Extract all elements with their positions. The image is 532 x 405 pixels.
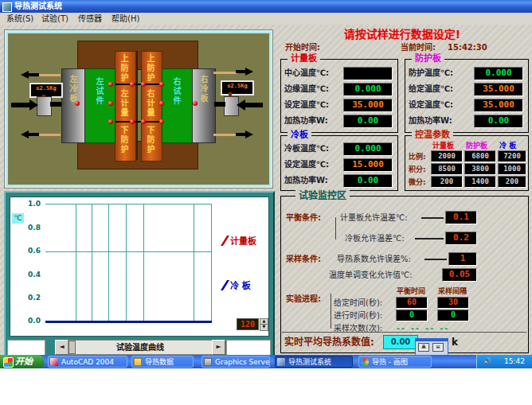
printer-icon[interactable]: 🖶 (418, 343, 429, 352)
scroll-label: 试验温度曲线 (116, 343, 164, 352)
window-grid-icon[interactable]: ⊞ (432, 343, 444, 352)
progress-label: 实验进程: (286, 294, 321, 305)
sensor-led (159, 101, 164, 106)
arrow-shaft-br (236, 133, 247, 136)
left-column-top-label: 上防护 (119, 54, 128, 83)
pid-value: 8500 (431, 163, 463, 175)
set-temp-display: 35.000 (474, 99, 523, 112)
gridline-v (194, 204, 194, 323)
guard-group-title: 防护板 (412, 53, 444, 64)
metering-group-title: 计量板 (288, 53, 320, 64)
gridline-v (76, 204, 76, 323)
taskbar-item-autocad[interactable]: AutoCAD 2004 (48, 356, 127, 368)
scroll-right-arrow[interactable]: ► (212, 340, 225, 355)
gridline-v (211, 204, 212, 323)
sensor-led (159, 119, 164, 124)
pid-col-metering: 计量板 (432, 140, 454, 151)
cold-temp-display: 0.000 (343, 142, 393, 156)
y-tick: 0.0 (20, 317, 41, 325)
panel-blank-left (7, 340, 45, 356)
upper-section-line (112, 84, 163, 85)
bottom-heater-block (77, 141, 198, 169)
guard-temp-display: 0.000 (474, 67, 523, 80)
unit-chip: ℃ (12, 213, 24, 224)
field-label: 边缘温度℃: (284, 84, 329, 95)
balance-item2-label: 冷板允许温差℃: (345, 233, 405, 244)
bracket-line (335, 217, 336, 239)
heat-power-display: 0.00 (474, 115, 523, 128)
sensor-led (141, 82, 146, 87)
field-label: 加热功率W: (284, 175, 328, 186)
menu-help[interactable]: 帮助(H) (111, 13, 139, 25)
windows-logo-icon (3, 357, 14, 368)
pid-value: 200 (431, 176, 463, 188)
left-column-bottom-label: 下防护 (119, 126, 128, 154)
y-tick: 0.4 (20, 271, 41, 278)
sensor-led (130, 82, 135, 87)
field-label: 防护温度℃: (409, 68, 453, 79)
monitor-icon (204, 358, 212, 366)
scroll-thumb[interactable] (68, 341, 76, 354)
right-pressure-gauge: ≤2.5Kg (221, 80, 254, 95)
menu-test[interactable]: 试验(T) (41, 13, 68, 25)
monitor-group-title: 试验监控区 (295, 190, 350, 201)
scroll-left-arrow[interactable]: ◄ (55, 340, 68, 355)
sampling-item1-label: 导热系数允许误差%: (337, 254, 411, 265)
field-label: 设定温度℃: (409, 99, 453, 111)
app-icon (2, 2, 12, 12)
monitor-group: 试验监控区 平衡条件: 计量板允许温差℃: 0.1 冷板允许温差℃: 0.2 采… (280, 196, 529, 353)
right-column-bottom-label: 下防护 (145, 126, 155, 154)
taskbar-item-thermal-app[interactable]: 导热测试系统 (275, 356, 353, 368)
progress-col2-header: 采样间隔 (431, 286, 474, 297)
taskbar: 开始 AutoCAD 2004 导热数据 Graphics Server 导热测… (0, 355, 532, 368)
y-tick: 0.8 (20, 224, 41, 232)
prompt-title: 请按试样进行数据设定! (283, 25, 522, 41)
field-label: 给定温度℃: (409, 84, 453, 95)
paint-icon (361, 358, 369, 366)
pid-value: 7200 (498, 150, 526, 162)
gridline-v (126, 204, 127, 323)
left-cold-plate-label: 左冷板 (68, 75, 77, 103)
right-specimen-label: 右试件 (171, 77, 181, 106)
gridline-v (92, 204, 92, 323)
pid-row-label: 积分: (409, 164, 426, 175)
balance-value2-display: 0.2 (445, 232, 477, 245)
set-temp-display: 15.000 (343, 158, 393, 172)
arrow-shaft-bl (28, 133, 39, 136)
start-label: 开始 (15, 355, 33, 368)
pid-value: 2000 (431, 150, 463, 162)
legend-line-red (221, 236, 229, 246)
sensor-led (108, 119, 113, 124)
given-time-label: 给定时间(秒): (334, 298, 382, 309)
taskbar-item-paint[interactable]: 导热 - 画图 (358, 356, 432, 368)
elapsed-sample-interval: 0 (437, 310, 469, 321)
rod-top-left (37, 74, 61, 76)
gridline-h (45, 204, 212, 204)
start-button[interactable]: 开始 (0, 355, 45, 368)
set-temp-display: 35.000 (343, 99, 393, 112)
window-titlebar[interactable]: 导热测试系统 (0, 0, 532, 13)
current-time-value: 15:42:30 (448, 42, 487, 53)
connector-dash (415, 238, 444, 239)
field-label: 冷板温度℃: (284, 143, 329, 154)
sensor-led (193, 101, 198, 106)
x-range-spinner-down[interactable]: ▼ (260, 324, 268, 331)
chart-plot-area: 1.0 0.8 0.6 0.4 0.2 0.0 ℃ 计量板 (10, 197, 269, 337)
taskbar-item-graphics-server[interactable]: Graphics Server (201, 356, 270, 368)
speaker-icon[interactable]: 🔊 (483, 357, 491, 365)
scroll-track[interactable]: 试验温度曲线 (68, 340, 213, 355)
field-label: 中心温度℃: (284, 68, 329, 79)
sensor-led (141, 119, 146, 124)
top-heater-block (77, 41, 198, 70)
right-plate-connector (214, 102, 225, 107)
left-gauge-value: ≤2.5Kg (36, 85, 56, 92)
right-gauge-value: ≤2.5Kg (227, 83, 247, 89)
temperature-chart-panel: 1.0 0.8 0.6 0.4 0.2 0.0 ℃ 计量板 (4, 191, 275, 358)
result-label: 实时平均导热系数值: (284, 337, 374, 348)
menu-system[interactable]: 系统(S) (6, 13, 33, 25)
panel-blank-right (226, 340, 271, 356)
taskbar-item-folder[interactable]: 导热数据 (131, 356, 194, 368)
cold-plate-group: 冷板 冷板温度℃: 0.000 设定温度℃: 15.000 加热功率W: 0.0… (280, 135, 398, 191)
menu-sensor[interactable]: 传感器 (78, 13, 102, 25)
result-unit: k (452, 337, 458, 348)
